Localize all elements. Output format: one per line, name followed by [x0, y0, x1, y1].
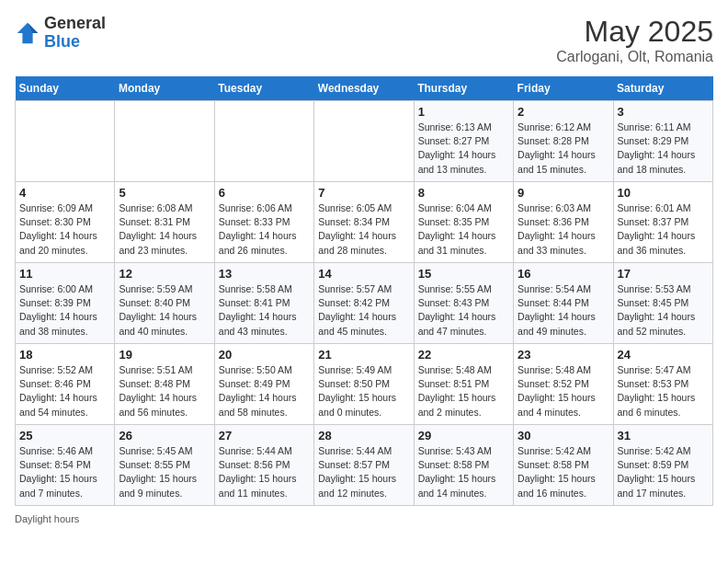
day-detail: Sunrise: 5:44 AM Sunset: 8:57 PM Dayligh…: [318, 444, 409, 500]
calendar-cell: [16, 101, 115, 182]
day-detail: Sunrise: 5:51 AM Sunset: 8:48 PM Dayligh…: [119, 363, 210, 419]
page-header: General Blue May 2025 Carlogani, Olt, Ro…: [15, 15, 713, 65]
day-number: 22: [418, 348, 509, 362]
calendar-cell: 1Sunrise: 6:13 AM Sunset: 8:27 PM Daylig…: [414, 101, 513, 182]
day-detail: Sunrise: 5:53 AM Sunset: 8:45 PM Dayligh…: [618, 282, 709, 339]
day-number: 20: [219, 348, 310, 362]
day-detail: Sunrise: 6:11 AM Sunset: 8:29 PM Dayligh…: [618, 121, 709, 177]
calendar-subtitle: Carlogani, Olt, Romania: [556, 49, 713, 65]
day-detail: Sunrise: 5:48 AM Sunset: 8:51 PM Dayligh…: [418, 363, 509, 419]
calendar-cell: 24Sunrise: 5:47 AM Sunset: 8:53 PM Dayli…: [613, 344, 712, 425]
calendar-cell: 5Sunrise: 6:08 AM Sunset: 8:31 PM Daylig…: [115, 182, 214, 263]
logo-blue: Blue: [44, 33, 106, 52]
day-number: 1: [418, 105, 509, 119]
day-detail: Sunrise: 5:43 AM Sunset: 8:58 PM Dayligh…: [418, 444, 509, 500]
day-detail: Sunrise: 5:59 AM Sunset: 8:40 PM Dayligh…: [119, 282, 210, 339]
day-number: 7: [318, 186, 409, 200]
day-number: 8: [418, 186, 509, 200]
day-number: 21: [318, 348, 409, 362]
calendar-table: SundayMondayTuesdayWednesdayThursdayFrid…: [15, 76, 713, 506]
calendar-cell: 22Sunrise: 5:48 AM Sunset: 8:51 PM Dayli…: [414, 344, 513, 425]
day-detail: Sunrise: 5:42 AM Sunset: 8:59 PM Dayligh…: [618, 444, 709, 500]
day-number: 4: [19, 186, 110, 200]
calendar-cell: 17Sunrise: 5:53 AM Sunset: 8:45 PM Dayli…: [613, 263, 712, 344]
day-detail: Sunrise: 5:45 AM Sunset: 8:55 PM Dayligh…: [119, 444, 210, 500]
day-detail: Sunrise: 6:08 AM Sunset: 8:31 PM Dayligh…: [119, 201, 210, 258]
calendar-week-row: 18Sunrise: 5:52 AM Sunset: 8:46 PM Dayli…: [16, 344, 713, 425]
calendar-cell: 12Sunrise: 5:59 AM Sunset: 8:40 PM Dayli…: [115, 263, 214, 344]
day-number: 31: [618, 429, 709, 442]
calendar-cell: 18Sunrise: 5:52 AM Sunset: 8:46 PM Dayli…: [16, 344, 115, 425]
calendar-cell: 20Sunrise: 5:50 AM Sunset: 8:49 PM Dayli…: [214, 344, 313, 425]
column-header-wednesday: Wednesday: [314, 76, 414, 101]
calendar-cell: 23Sunrise: 5:48 AM Sunset: 8:52 PM Dayli…: [514, 344, 613, 425]
calendar-cell: 25Sunrise: 5:46 AM Sunset: 8:54 PM Dayli…: [16, 425, 115, 506]
calendar-cell: [214, 101, 313, 182]
calendar-cell: 8Sunrise: 6:04 AM Sunset: 8:35 PM Daylig…: [414, 182, 513, 263]
column-header-sunday: Sunday: [16, 76, 115, 101]
day-number: 15: [418, 267, 509, 281]
logo-general: General: [44, 15, 106, 33]
logo-text: General Blue: [44, 15, 106, 52]
day-number: 29: [418, 429, 509, 442]
day-detail: Sunrise: 6:09 AM Sunset: 8:30 PM Dayligh…: [19, 201, 110, 258]
day-number: 17: [618, 267, 709, 281]
day-number: 3: [618, 105, 709, 119]
calendar-title: May 2025: [556, 15, 713, 49]
day-detail: Sunrise: 6:04 AM Sunset: 8:35 PM Dayligh…: [418, 201, 509, 258]
day-detail: Sunrise: 5:58 AM Sunset: 8:41 PM Dayligh…: [219, 282, 310, 339]
day-number: 30: [518, 429, 609, 442]
day-number: 27: [219, 429, 310, 442]
day-detail: Sunrise: 6:13 AM Sunset: 8:27 PM Dayligh…: [418, 121, 509, 177]
column-header-saturday: Saturday: [613, 76, 712, 101]
calendar-cell: 2Sunrise: 6:12 AM Sunset: 8:28 PM Daylig…: [514, 101, 613, 182]
calendar-cell: 27Sunrise: 5:44 AM Sunset: 8:56 PM Dayli…: [214, 425, 313, 506]
calendar-cell: 15Sunrise: 5:55 AM Sunset: 8:43 PM Dayli…: [414, 263, 513, 344]
day-number: 9: [518, 186, 609, 200]
day-number: 5: [119, 186, 210, 200]
calendar-cell: 11Sunrise: 6:00 AM Sunset: 8:39 PM Dayli…: [16, 263, 115, 344]
day-detail: Sunrise: 5:46 AM Sunset: 8:54 PM Dayligh…: [19, 444, 110, 500]
day-detail: Sunrise: 6:00 AM Sunset: 8:39 PM Dayligh…: [19, 282, 110, 339]
calendar-cell: 31Sunrise: 5:42 AM Sunset: 8:59 PM Dayli…: [613, 425, 712, 506]
day-detail: Sunrise: 6:03 AM Sunset: 8:36 PM Dayligh…: [518, 201, 609, 258]
calendar-header-row: SundayMondayTuesdayWednesdayThursdayFrid…: [16, 76, 713, 101]
day-detail: Sunrise: 5:55 AM Sunset: 8:43 PM Dayligh…: [418, 282, 509, 339]
logo-icon: [15, 20, 40, 46]
day-number: 26: [119, 429, 210, 442]
day-detail: Sunrise: 5:57 AM Sunset: 8:42 PM Dayligh…: [318, 282, 409, 339]
day-number: 19: [119, 348, 210, 362]
day-detail: Sunrise: 5:49 AM Sunset: 8:50 PM Dayligh…: [318, 363, 409, 419]
calendar-cell: [115, 101, 214, 182]
calendar-cell: [314, 101, 414, 182]
calendar-cell: 14Sunrise: 5:57 AM Sunset: 8:42 PM Dayli…: [314, 263, 414, 344]
day-number: 25: [19, 429, 110, 442]
day-detail: Sunrise: 5:47 AM Sunset: 8:53 PM Dayligh…: [618, 363, 709, 419]
calendar-cell: 9Sunrise: 6:03 AM Sunset: 8:36 PM Daylig…: [514, 182, 613, 263]
calendar-cell: 30Sunrise: 5:42 AM Sunset: 8:58 PM Dayli…: [514, 425, 613, 506]
column-header-thursday: Thursday: [414, 76, 513, 101]
column-header-tuesday: Tuesday: [214, 76, 313, 101]
calendar-cell: 29Sunrise: 5:43 AM Sunset: 8:58 PM Dayli…: [414, 425, 513, 506]
calendar-cell: 6Sunrise: 6:06 AM Sunset: 8:33 PM Daylig…: [214, 182, 313, 263]
day-number: 18: [19, 348, 110, 362]
day-detail: Sunrise: 5:50 AM Sunset: 8:49 PM Dayligh…: [219, 363, 310, 419]
day-detail: Sunrise: 5:52 AM Sunset: 8:46 PM Dayligh…: [19, 363, 110, 419]
day-number: 12: [119, 267, 210, 281]
day-detail: Sunrise: 6:01 AM Sunset: 8:37 PM Dayligh…: [618, 201, 709, 258]
day-number: 6: [219, 186, 310, 200]
calendar-week-row: 25Sunrise: 5:46 AM Sunset: 8:54 PM Dayli…: [16, 425, 713, 506]
calendar-cell: 28Sunrise: 5:44 AM Sunset: 8:57 PM Dayli…: [314, 425, 414, 506]
day-detail: Sunrise: 5:48 AM Sunset: 8:52 PM Dayligh…: [518, 363, 609, 419]
calendar-cell: 3Sunrise: 6:11 AM Sunset: 8:29 PM Daylig…: [613, 101, 712, 182]
day-number: 2: [518, 105, 609, 119]
day-number: 28: [318, 429, 409, 442]
calendar-cell: 21Sunrise: 5:49 AM Sunset: 8:50 PM Dayli…: [314, 344, 414, 425]
day-detail: Sunrise: 6:12 AM Sunset: 8:28 PM Dayligh…: [518, 121, 609, 177]
column-header-friday: Friday: [514, 76, 613, 101]
day-detail: Sunrise: 5:42 AM Sunset: 8:58 PM Dayligh…: [518, 444, 609, 500]
calendar-cell: 16Sunrise: 5:54 AM Sunset: 8:44 PM Dayli…: [514, 263, 613, 344]
calendar-cell: 26Sunrise: 5:45 AM Sunset: 8:55 PM Dayli…: [115, 425, 214, 506]
day-number: 14: [318, 267, 409, 281]
day-detail: Sunrise: 5:44 AM Sunset: 8:56 PM Dayligh…: [219, 444, 310, 500]
